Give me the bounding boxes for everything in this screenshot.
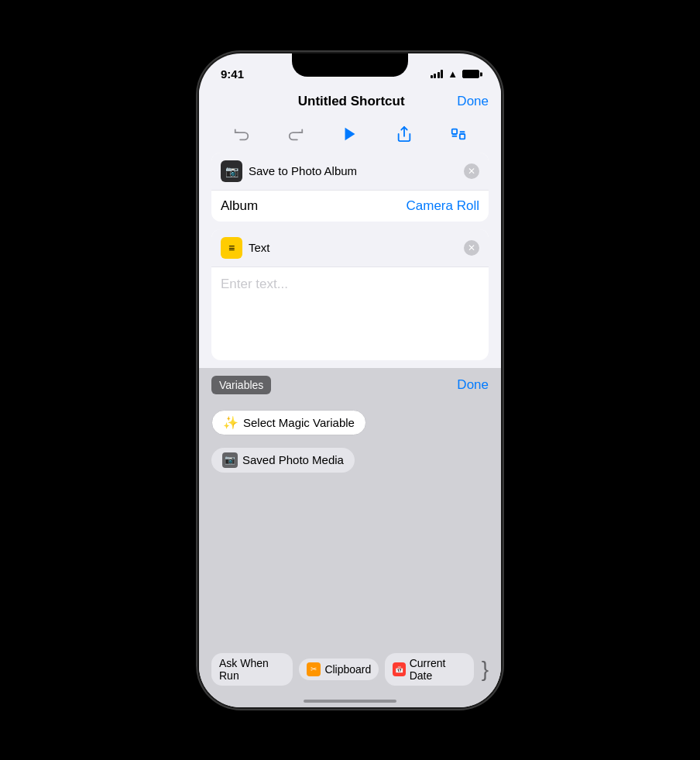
variables-section: Variables Done	[199, 368, 501, 402]
status-icons: ▲	[431, 68, 479, 80]
text-action-title: Text	[249, 241, 270, 254]
status-time: 9:41	[221, 67, 244, 81]
save-photo-header: 📷 Save to Photo Album ✕	[211, 153, 489, 191]
home-indicator	[304, 700, 396, 703]
bracket-right-icon: }	[482, 657, 489, 682]
magic-wand-icon: ✨	[223, 415, 238, 430]
svg-rect-2	[452, 129, 457, 133]
current-date-icon: 📅	[393, 662, 405, 676]
toolbar	[199, 115, 501, 153]
wifi-icon: ▲	[448, 68, 458, 80]
share-button[interactable]	[390, 120, 418, 148]
clipboard-chip[interactable]: ✂ Clipboard	[299, 659, 379, 680]
text-input-area[interactable]: Enter text...	[211, 267, 489, 360]
signal-bars-icon	[431, 70, 444, 78]
text-action-icon: ≡	[221, 237, 242, 259]
battery-icon	[462, 70, 479, 78]
bottom-variable-bar: Ask When Run ✂ Clipboard 📅 Current Date …	[199, 647, 501, 692]
saved-photo-label: Saved Photo Media	[242, 453, 344, 466]
nav-done-button[interactable]: Done	[457, 94, 489, 109]
variables-label[interactable]: Variables	[211, 376, 271, 394]
save-photo-action-card: 📷 Save to Photo Album ✕ Album Camera Rol…	[211, 153, 489, 222]
nav-title: Untitled Shortcut	[298, 94, 405, 109]
ask-when-run-chip[interactable]: Ask When Run	[211, 653, 293, 686]
nav-bar: Untitled Shortcut Done	[199, 88, 501, 115]
magic-variable-label: Select Magic Variable	[243, 416, 355, 429]
saved-photo-media-button[interactable]: 📷 Saved Photo Media	[211, 448, 355, 473]
saved-photo-icon: 📷	[222, 452, 238, 468]
svg-marker-0	[345, 127, 355, 140]
text-action-card: ≡ Text ✕ Enter text...	[211, 229, 489, 360]
text-placeholder: Enter text...	[221, 277, 288, 291]
save-photo-close-button[interactable]: ✕	[464, 163, 479, 179]
album-value[interactable]: Camera Roll	[407, 198, 479, 214]
play-button[interactable]	[336, 120, 364, 148]
svg-rect-3	[460, 134, 465, 139]
text-action-header-left: ≡ Text	[221, 237, 270, 259]
clipboard-label: Clipboard	[324, 663, 371, 676]
notch	[292, 53, 408, 77]
current-date-label: Current Date	[410, 657, 466, 682]
save-photo-body: Album Camera Roll	[211, 191, 489, 222]
variables-done-button[interactable]: Done	[457, 377, 489, 393]
undo-button[interactable]	[228, 120, 256, 148]
text-action-close-button[interactable]: ✕	[464, 240, 479, 256]
album-label: Album	[221, 198, 258, 214]
save-photo-icon: 📷	[221, 160, 242, 182]
select-magic-variable-button[interactable]: ✨ Select Magic Variable	[211, 410, 366, 435]
settings-button[interactable]	[444, 120, 472, 148]
redo-button[interactable]	[282, 120, 310, 148]
text-action-header: ≡ Text ✕	[211, 229, 489, 267]
save-photo-header-left: 📷 Save to Photo Album	[221, 160, 357, 182]
phone-frame: 9:41 ▲ Untitled Shortcut Done	[199, 53, 501, 707]
ask-when-run-label: Ask When Run	[219, 657, 285, 682]
clipboard-icon: ✂	[307, 662, 321, 676]
current-date-chip[interactable]: 📅 Current Date	[385, 653, 473, 686]
save-photo-title: Save to Photo Album	[249, 164, 357, 177]
